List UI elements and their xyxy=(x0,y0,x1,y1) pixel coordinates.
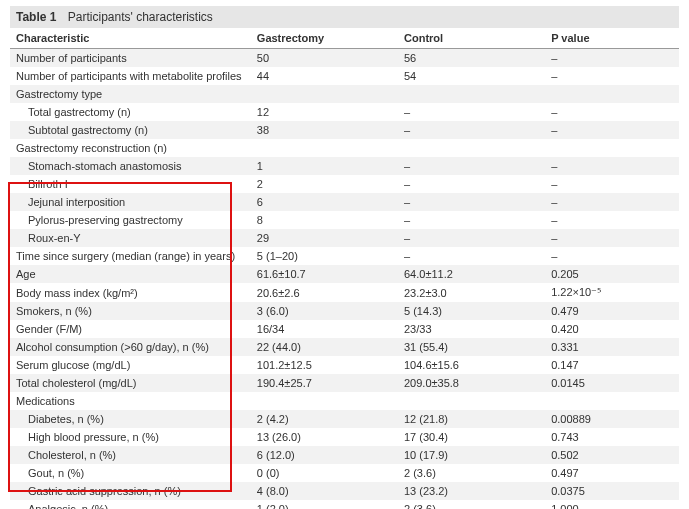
col-characteristic: Characteristic xyxy=(10,28,251,49)
table-row: Gender (F/M)16/3423/330.420 xyxy=(10,320,679,338)
cell-pvalue: – xyxy=(545,175,679,193)
cell-control: 31 (55.4) xyxy=(398,338,545,356)
cell-gastrectomy xyxy=(251,85,398,103)
table-number: Table 1 xyxy=(16,10,56,24)
cell-control: 12 (21.8) xyxy=(398,410,545,428)
cell-pvalue: 0.497 xyxy=(545,464,679,482)
cell-pvalue: 0.743 xyxy=(545,428,679,446)
cell-control: 64.0±11.2 xyxy=(398,265,545,283)
cell-control xyxy=(398,392,545,410)
cell-label: Pylorus-preserving gastrectomy xyxy=(10,211,251,229)
cell-gastrectomy: 61.6±10.7 xyxy=(251,265,398,283)
table-row: Stomach-stomach anastomosis1–– xyxy=(10,157,679,175)
cell-label: Gout, n (%) xyxy=(10,464,251,482)
cell-control: – xyxy=(398,103,545,121)
cell-gastrectomy xyxy=(251,392,398,410)
cell-control: 104.6±15.6 xyxy=(398,356,545,374)
table-row: Alcohol consumption (>60 g/day), n (%)22… xyxy=(10,338,679,356)
table-row: Roux-en-Y29–– xyxy=(10,229,679,247)
cell-label: Body mass index (kg/m²) xyxy=(10,283,251,302)
cell-pvalue: – xyxy=(545,229,679,247)
cell-control: – xyxy=(398,157,545,175)
cell-label: Gastric acid suppression, n (%) xyxy=(10,482,251,500)
cell-pvalue: – xyxy=(545,247,679,265)
cell-gastrectomy: 0 (0) xyxy=(251,464,398,482)
cell-control: 10 (17.9) xyxy=(398,446,545,464)
table-title: Table 1 Participants' characteristics xyxy=(10,6,679,28)
cell-label: Cholesterol, n (%) xyxy=(10,446,251,464)
cell-label: Time since surgery (median (range) in ye… xyxy=(10,247,251,265)
cell-label: Alcohol consumption (>60 g/day), n (%) xyxy=(10,338,251,356)
cell-pvalue: 1.000 xyxy=(545,500,679,509)
cell-label: Number of participants with metabolite p… xyxy=(10,67,251,85)
characteristics-table: Characteristic Gastrectomy Control P val… xyxy=(10,28,679,509)
table-row: Analgesic, n (%)1 (2.0)2 (3.6)1.000 xyxy=(10,500,679,509)
cell-control: – xyxy=(398,175,545,193)
cell-control: 13 (23.2) xyxy=(398,482,545,500)
table-row: Pylorus-preserving gastrectomy8–– xyxy=(10,211,679,229)
cell-pvalue: 1.22×10⁻⁵ xyxy=(545,283,679,302)
table-row: Time since surgery (median (range) in ye… xyxy=(10,247,679,265)
cell-pvalue: – xyxy=(545,67,679,85)
table-row: Cholesterol, n (%)6 (12.0)10 (17.9)0.502 xyxy=(10,446,679,464)
cell-label: Analgesic, n (%) xyxy=(10,500,251,509)
cell-label: Total cholesterol (mg/dL) xyxy=(10,374,251,392)
cell-pvalue: 0.205 xyxy=(545,265,679,283)
cell-label: Subtotal gastrectomy (n) xyxy=(10,121,251,139)
cell-pvalue: – xyxy=(545,103,679,121)
table-row: High blood pressure, n (%)13 (26.0)17 (3… xyxy=(10,428,679,446)
table-row: Number of participants with metabolite p… xyxy=(10,67,679,85)
cell-gastrectomy: 12 xyxy=(251,103,398,121)
cell-control xyxy=(398,85,545,103)
table-row: Gastrectomy reconstruction (n) xyxy=(10,139,679,157)
table-row: Gastrectomy type xyxy=(10,85,679,103)
cell-label: Stomach-stomach anastomosis xyxy=(10,157,251,175)
table-row: Billroth I2–– xyxy=(10,175,679,193)
cell-pvalue: 0.502 xyxy=(545,446,679,464)
cell-gastrectomy: 6 (12.0) xyxy=(251,446,398,464)
cell-label: Gastrectomy reconstruction (n) xyxy=(10,139,251,157)
cell-pvalue: – xyxy=(545,49,679,68)
cell-gastrectomy: 16/34 xyxy=(251,320,398,338)
cell-gastrectomy: 8 xyxy=(251,211,398,229)
table-row: Subtotal gastrectomy (n)38–– xyxy=(10,121,679,139)
cell-pvalue xyxy=(545,392,679,410)
cell-label: Billroth I xyxy=(10,175,251,193)
cell-gastrectomy: 2 (4.2) xyxy=(251,410,398,428)
table-row: Serum glucose (mg/dL)101.2±12.5104.6±15.… xyxy=(10,356,679,374)
cell-gastrectomy: 1 (2.0) xyxy=(251,500,398,509)
cell-label: Gender (F/M) xyxy=(10,320,251,338)
cell-control: 23/33 xyxy=(398,320,545,338)
cell-control: – xyxy=(398,247,545,265)
cell-pvalue: 0.00889 xyxy=(545,410,679,428)
table-row: Gout, n (%)0 (0)2 (3.6)0.497 xyxy=(10,464,679,482)
cell-control: – xyxy=(398,229,545,247)
cell-gastrectomy: 5 (1–20) xyxy=(251,247,398,265)
table-row: Body mass index (kg/m²)20.6±2.623.2±3.01… xyxy=(10,283,679,302)
cell-label: Roux-en-Y xyxy=(10,229,251,247)
cell-label: Serum glucose (mg/dL) xyxy=(10,356,251,374)
cell-control: 5 (14.3) xyxy=(398,302,545,320)
col-gastrectomy: Gastrectomy xyxy=(251,28,398,49)
table-caption: Participants' characteristics xyxy=(68,10,213,24)
cell-gastrectomy: 101.2±12.5 xyxy=(251,356,398,374)
cell-pvalue: 0.147 xyxy=(545,356,679,374)
cell-gastrectomy: 38 xyxy=(251,121,398,139)
cell-label: Medications xyxy=(10,392,251,410)
cell-gastrectomy: 190.4±25.7 xyxy=(251,374,398,392)
table-row: Total cholesterol (mg/dL)190.4±25.7209.0… xyxy=(10,374,679,392)
cell-control: 17 (30.4) xyxy=(398,428,545,446)
table-row: Age61.6±10.764.0±11.20.205 xyxy=(10,265,679,283)
cell-label: High blood pressure, n (%) xyxy=(10,428,251,446)
cell-gastrectomy: 3 (6.0) xyxy=(251,302,398,320)
cell-gastrectomy: 6 xyxy=(251,193,398,211)
cell-control xyxy=(398,139,545,157)
cell-gastrectomy: 1 xyxy=(251,157,398,175)
cell-label: Diabetes, n (%) xyxy=(10,410,251,428)
cell-label: Smokers, n (%) xyxy=(10,302,251,320)
table-row: Total gastrectomy (n)12–– xyxy=(10,103,679,121)
table-row: Number of participants5056– xyxy=(10,49,679,68)
cell-pvalue: 0.331 xyxy=(545,338,679,356)
cell-label: Gastrectomy type xyxy=(10,85,251,103)
cell-pvalue: 0.479 xyxy=(545,302,679,320)
